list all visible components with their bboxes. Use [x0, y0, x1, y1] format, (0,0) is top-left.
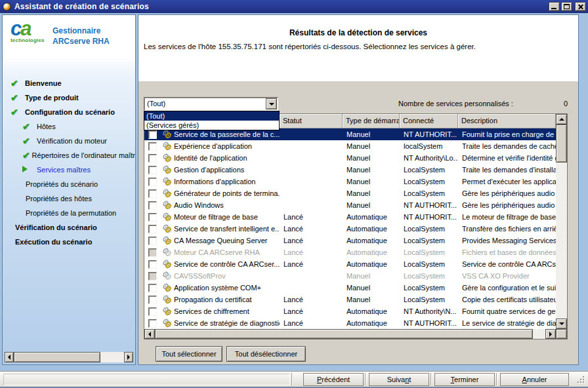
table-row[interactable]: ⚙⚙CAVSSSoftProvManuelLocalSystemVSS CA X… [144, 270, 556, 282]
row-checkbox[interactable] [148, 307, 157, 316]
row-checkbox[interactable] [148, 260, 157, 269]
service-name: Propagation du certificat [174, 294, 252, 305]
check-icon: ✔ [22, 150, 31, 161]
select-all-button[interactable]: Tout sélectionner [156, 346, 222, 362]
table-row[interactable]: ⚙⚙Gestion d'applicationsManuelLocalSyste… [144, 164, 556, 176]
row-checkbox[interactable] [148, 237, 157, 245]
cell-start-type: Manuel [343, 140, 400, 152]
table-row[interactable]: ⚙⚙Service de stratégie de diagnosticLanc… [144, 317, 556, 329]
table-vertical-scrollbar[interactable] [556, 114, 567, 329]
row-checkbox[interactable] [148, 225, 157, 233]
cell-name: ⚙⚙Gestion d'applications [144, 164, 280, 176]
row-checkbox[interactable] [148, 272, 157, 281]
sidebar-item-1[interactable]: ✔Bienvenue [3, 76, 135, 90]
scroll-up-icon[interactable] [556, 114, 567, 125]
row-checkbox[interactable] [148, 178, 157, 186]
vertical-scroll-thumb[interactable] [556, 125, 567, 163]
table-row[interactable]: ⚙⚙Moteur CA ARCserve RHALancéAutomatique… [144, 246, 556, 258]
sidebar-item-8[interactable]: Propriétés du scénario [3, 177, 135, 191]
sidebar-item-4[interactable]: ✔Hôtes [3, 119, 135, 134]
sidebar-horizontal-scrollbar[interactable] [5, 352, 133, 362]
maximize-icon [564, 4, 570, 9]
row-checkbox[interactable] [148, 142, 157, 151]
table-row[interactable]: ⚙⚙CA Message Queuing ServerLancéAutomati… [144, 235, 556, 246]
product-name: Gestionnaire ARCserve RHA [52, 20, 110, 47]
resize-grip[interactable] [578, 376, 585, 384]
cell-status [280, 140, 343, 152]
cell-description: Gère les périphériques audio po [458, 187, 556, 199]
cell-name: ⚙⚙Informations d'application [144, 176, 280, 187]
table-row[interactable]: ⚙⚙Audio WindowsManuelNT AUTHORIT...Gère … [144, 199, 556, 211]
page-title: Résultats de la détection de services [138, 28, 578, 37]
row-checkbox[interactable] [148, 130, 157, 139]
row-checkbox[interactable] [148, 296, 157, 304]
current-step-arrow-icon [22, 166, 35, 174]
scroll-left-icon[interactable] [5, 352, 14, 362]
table-row[interactable]: ⚙⚙Informations d'applicationManuelLocalS… [144, 176, 556, 187]
chevron-down-icon[interactable] [266, 98, 277, 109]
row-checkbox[interactable] [148, 189, 157, 198]
sidebar-item-6[interactable]: ✔Répertoires de l'ordinateur maîtr [3, 148, 135, 163]
table-horizontal-scrollbar[interactable] [144, 329, 567, 339]
service-gear-icon: ⚙⚙ [161, 247, 173, 258]
cell-status: Lancé [280, 305, 343, 317]
table-row[interactable]: ⚙⚙Générateur de points de termina...Manu… [144, 187, 556, 199]
sidebar-item-12[interactable]: Exécution du scénario [3, 235, 135, 249]
minimize-button[interactable] [549, 2, 560, 11]
column-header-Description[interactable]: Description [458, 114, 556, 128]
sidebar-scroll-thumb[interactable] [14, 352, 100, 362]
check-icon: ✔ [22, 121, 35, 132]
filter-option[interactable]: (Tout) [144, 111, 279, 121]
table-row[interactable]: ⚙⚙Expérience d'applicationManuellocalSys… [144, 140, 556, 152]
cell-description: Fournit quatre services de gestio [458, 305, 556, 317]
sidebar-item-7[interactable]: Services maîtres [3, 163, 135, 177]
row-checkbox[interactable] [148, 213, 157, 222]
sidebar-item-3[interactable]: ✔Configuration du scénario [3, 105, 135, 119]
table-row[interactable]: ⚙⚙Propagation du certificatLancéManuelLo… [144, 294, 556, 305]
row-checkbox[interactable] [148, 166, 157, 174]
sidebar-item-11[interactable]: Vérification du scénario [3, 220, 135, 235]
filter-option[interactable]: (Services gérés) [144, 121, 279, 130]
row-checkbox[interactable] [148, 201, 157, 210]
row-checkbox[interactable] [148, 284, 157, 292]
cancel-button[interactable]: Annuler [500, 373, 569, 386]
cell-name: ⚙⚙Expérience d'application [144, 140, 280, 152]
finish-button[interactable]: Terminer [434, 373, 495, 386]
cell-status [280, 270, 343, 282]
scroll-right-icon[interactable] [545, 329, 556, 339]
sidebar-item-10[interactable]: Propriétés de la permutation [3, 206, 135, 220]
table-row[interactable]: ⚙⚙Service de contrôle CA ARCser...LancéA… [144, 258, 556, 270]
cell-log-on-as: localSystem [400, 140, 458, 152]
table-row[interactable]: ⚙⚙Service de transfert intelligent e...L… [144, 223, 556, 235]
service-gear-icon: ⚙⚙ [161, 235, 173, 246]
close-button[interactable] [575, 2, 586, 11]
table-row[interactable]: ⚙⚙Services de chiffrementLancéAutomatiqu… [144, 305, 556, 317]
service-gear-icon: ⚙⚙ [161, 188, 173, 199]
previous-button[interactable]: Précédent [303, 373, 364, 386]
scroll-left-icon[interactable] [144, 329, 155, 339]
sidebar-item-2[interactable]: ✔Type de produit [3, 90, 135, 105]
title-bar[interactable]: Assistant de création de scénarios [0, 0, 588, 13]
row-checkbox[interactable] [148, 154, 157, 163]
service-gear-icon: ⚙⚙ [161, 259, 173, 269]
deselect-all-button[interactable]: Tout désélectionner [226, 346, 306, 362]
next-button[interactable]: Suivant [369, 373, 429, 386]
row-checkbox[interactable] [148, 248, 157, 257]
maximize-button[interactable] [561, 2, 572, 11]
service-gear-icon: ⚙⚙ [161, 282, 173, 293]
sidebar-item-9[interactable]: Propriétés des hôtes [3, 191, 135, 206]
cell-log-on-as: LocalSystem [400, 164, 458, 176]
table-row[interactable]: ⚙⚙Identité de l'applicationManuelNT Auth… [144, 152, 556, 164]
column-header-Connecté[interactable]: Connecté [400, 114, 458, 128]
horizontal-scroll-thumb[interactable] [155, 329, 533, 339]
sidebar-item-5[interactable]: ✔Vérification du moteur [3, 134, 135, 148]
scroll-down-icon[interactable] [556, 319, 567, 329]
cell-status: Lancé [280, 235, 343, 246]
service-filter-combobox[interactable]: (Tout) [144, 97, 278, 111]
column-header-Type de démarra[interactable]: Type de démarra [343, 114, 400, 128]
column-header-Statut[interactable]: Statut [280, 114, 343, 128]
table-row[interactable]: ⚙⚙Application système COM+ManuelLocalSys… [144, 282, 556, 294]
row-checkbox[interactable] [148, 319, 157, 328]
table-row[interactable]: ⚙⚙Moteur de filtrage de baseLancéAutomat… [144, 211, 556, 223]
scroll-right-icon[interactable] [124, 352, 133, 362]
